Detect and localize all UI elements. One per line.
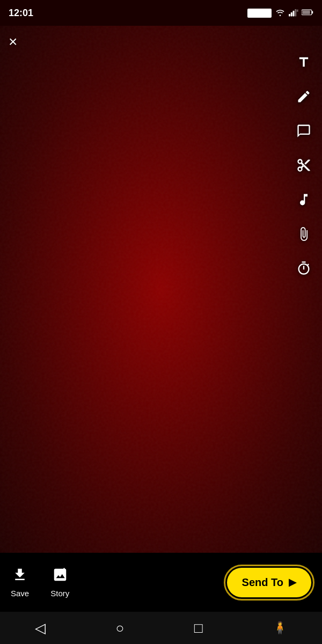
- story-button[interactable]: Story: [50, 567, 69, 598]
- right-toolbar: [294, 53, 313, 278]
- home-nav-button[interactable]: ○: [116, 620, 125, 636]
- screen: 12:01 VoLTE R: [0, 0, 322, 644]
- save-icon: [12, 567, 28, 586]
- recents-icon: □: [194, 620, 203, 636]
- accessibility-icon: 🧍: [273, 621, 287, 635]
- nav-bar: ◁ ○ □ 🧍: [0, 612, 322, 644]
- send-to-button[interactable]: Send To ▶: [227, 568, 311, 597]
- recents-nav-button[interactable]: □: [194, 620, 203, 636]
- bottom-toolbar: Save Story Send To ▶: [0, 553, 322, 612]
- draw-tool-icon[interactable]: [294, 87, 313, 106]
- svg-rect-2: [293, 11, 295, 17]
- svg-rect-0: [289, 14, 290, 17]
- scissors-tool-icon[interactable]: [294, 156, 313, 175]
- status-icons: VoLTE R: [247, 8, 313, 18]
- story-icon: [52, 567, 68, 586]
- send-to-label: Send To: [242, 576, 283, 589]
- signal-icon: R: [289, 8, 298, 18]
- back-nav-button[interactable]: ◁: [35, 620, 46, 636]
- status-bar: 12:01 VoLTE R: [0, 0, 322, 26]
- wifi-icon: [275, 8, 286, 18]
- text-tool-icon[interactable]: [294, 53, 313, 72]
- send-arrow-icon: ▶: [289, 576, 296, 588]
- back-icon: ◁: [35, 620, 46, 636]
- svg-rect-3: [295, 9, 296, 17]
- volte-badge: VoLTE: [247, 9, 272, 18]
- home-icon: ○: [116, 620, 125, 636]
- paperclip-tool-icon[interactable]: [294, 224, 313, 244]
- save-label: Save: [11, 589, 29, 598]
- battery-icon: [302, 9, 313, 18]
- story-label: Story: [50, 589, 69, 598]
- music-tool-icon[interactable]: [294, 190, 313, 209]
- accessibility-nav-button[interactable]: 🧍: [273, 621, 287, 635]
- timer-tool-icon[interactable]: [294, 259, 313, 278]
- bottom-left-actions: Save Story: [11, 567, 69, 598]
- svg-rect-7: [303, 10, 310, 13]
- svg-rect-6: [312, 11, 313, 13]
- svg-text:R: R: [297, 9, 298, 12]
- svg-rect-1: [291, 12, 292, 17]
- close-button[interactable]: ×: [9, 34, 17, 49]
- sticker-tool-icon[interactable]: [294, 121, 313, 141]
- canvas-area: ×: [0, 26, 322, 553]
- save-button[interactable]: Save: [11, 567, 29, 598]
- status-time: 12:01: [9, 8, 33, 19]
